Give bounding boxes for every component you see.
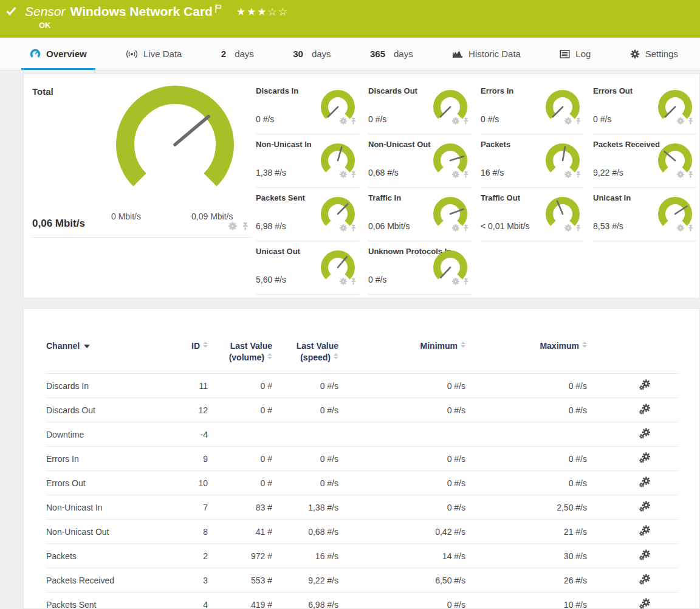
channel-gauge-cell[interactable]: Errors Out 0 #/s (593, 83, 696, 134)
channel-gauge-cell[interactable]: Traffic In 0,06 Mbit/s (368, 190, 472, 241)
column-header-last-value-speed[interactable]: Last Value (speed) (272, 327, 338, 374)
channel-gauge-cell[interactable]: Errors In 0 #/s (481, 83, 584, 134)
tab-settings[interactable]: Settings (622, 38, 687, 70)
channel-gauge-cell[interactable]: Packets Received 9,22 #/s (593, 136, 696, 188)
log-list-icon (560, 50, 570, 58)
channel-pin-icon[interactable] (350, 117, 357, 125)
priority-stars[interactable]: ★★★☆☆ (236, 5, 289, 18)
channel-gauge-cell[interactable]: Non-Unicast In 1,38 #/s (256, 136, 359, 188)
channel-gear-icon[interactable] (564, 117, 572, 125)
cell-channel: Discards Out (46, 398, 165, 422)
channels-table: Channel ID Last Value (volume) Last Valu… (46, 327, 678, 609)
channel-gear-icon[interactable] (340, 117, 347, 125)
table-row: Discards In 11 0 # 0 #/s 0 #/s 0 #/s (46, 374, 678, 398)
cell-maximum: 0 #/s (465, 374, 587, 398)
channel-gauge-cell[interactable]: Unicast Out 5,60 #/s (256, 243, 359, 295)
channel-gauge-value: 5,60 #/s (256, 275, 286, 284)
channel-settings-gear-icon[interactable] (639, 525, 651, 537)
table-row: Discards Out 12 0 # 0 #/s 0 #/s 0 #/s (46, 398, 678, 422)
channel-gear-icon[interactable] (452, 224, 459, 232)
channel-gauge-cell[interactable]: Packets 16 #/s (481, 136, 584, 188)
column-header-id[interactable]: ID (165, 327, 208, 374)
channel-settings-gear-icon[interactable] (639, 452, 651, 464)
channel-gear-icon[interactable] (677, 171, 684, 178)
channel-gear-icon[interactable] (452, 171, 459, 178)
channel-gear-icon[interactable] (340, 171, 347, 178)
channel-pin-icon[interactable] (350, 278, 357, 285)
channel-gear-icon[interactable] (340, 278, 347, 285)
channel-gauge-title: Non-Unicast Out (368, 140, 431, 149)
channel-gauge-cell[interactable]: Traffic Out < 0,01 Mbit/s (481, 190, 584, 241)
total-pin-icon[interactable] (241, 222, 249, 230)
cell-id: 3 (165, 568, 208, 593)
column-header-id-label: ID (191, 341, 200, 351)
channel-gear-icon[interactable] (452, 117, 459, 125)
cell-minimum: 6,50 #/s (338, 568, 465, 593)
cell-last-volume: 0 # (208, 471, 272, 495)
channel-settings-gear-icon[interactable] (639, 404, 651, 415)
channel-gear-icon[interactable] (677, 224, 684, 232)
channel-settings-gear-icon[interactable] (639, 379, 651, 391)
channel-pin-icon[interactable] (575, 224, 582, 232)
cell-actions (587, 447, 678, 471)
tab-live-data[interactable]: Live Data (117, 38, 190, 70)
channel-gauge-title: Discards In (256, 86, 298, 95)
channel-gauge-title: Discards Out (368, 86, 417, 95)
channel-pin-icon[interactable] (350, 224, 357, 232)
total-value: 0,06 Mbit/s (32, 218, 85, 230)
tab-log[interactable]: Log (551, 38, 599, 70)
channel-gauge-cell[interactable]: Packets Sent 6,98 #/s (256, 190, 359, 241)
channel-gauge-cell[interactable]: Unicast In 8,53 #/s (593, 190, 696, 241)
tab-historic-data[interactable]: Historic Data (444, 38, 529, 70)
column-header-channel[interactable]: Channel (46, 327, 165, 374)
cell-actions (587, 520, 678, 544)
cell-minimum: 0 #/s (338, 447, 465, 471)
channel-gear-icon[interactable] (340, 224, 347, 232)
total-gauge-cell[interactable]: Total 0 Mbit/s 0,09 Mbit/s 0,06 Mbit/s (32, 74, 251, 238)
channel-settings-gear-icon[interactable] (639, 501, 651, 512)
channel-pin-icon[interactable] (575, 117, 582, 125)
channel-pin-icon[interactable] (350, 171, 357, 178)
tab-30-days[interactable]: 30 days (284, 38, 339, 70)
channel-gauge-value: 16 #/s (481, 168, 504, 177)
channel-settings-gear-icon[interactable] (639, 477, 651, 488)
channel-pin-icon[interactable] (462, 224, 469, 232)
channel-gear-icon[interactable] (564, 224, 572, 232)
flag-icon[interactable] (215, 4, 222, 13)
channel-gauge-cell[interactable]: Non-Unicast Out 0,68 #/s (368, 136, 472, 188)
channel-pin-icon[interactable] (575, 171, 582, 178)
cell-last-speed: 0 #/s (272, 374, 338, 398)
cell-id: 12 (165, 398, 208, 422)
channel-settings-gear-icon[interactable] (639, 598, 651, 609)
channel-gear-icon[interactable] (452, 278, 459, 285)
column-header-maximum[interactable]: Maximum (465, 327, 587, 374)
channel-gauge-cell[interactable]: Discards In 0 #/s (256, 83, 359, 134)
channel-gauge-cell[interactable]: Discards Out 0 #/s (368, 83, 472, 134)
channel-pin-icon[interactable] (687, 171, 694, 178)
settings-gear-icon (630, 49, 640, 59)
channel-gauge-value: 0,06 Mbit/s (368, 221, 410, 231)
channel-pin-icon[interactable] (462, 117, 469, 125)
total-gear-icon[interactable] (228, 222, 237, 230)
tab-365-days[interactable]: 365 days (362, 38, 422, 70)
cell-last-speed: 16 #/s (272, 544, 338, 568)
channel-gauge-title: Traffic In (368, 193, 401, 202)
channel-gauge-cell[interactable]: Unknown Protocols In 0 #/s (368, 243, 472, 295)
channel-pin-icon[interactable] (462, 171, 469, 178)
tab-overview[interactable]: Overview (21, 38, 95, 70)
column-header-last-value-volume[interactable]: Last Value (volume) (208, 327, 272, 374)
channel-settings-gear-icon[interactable] (639, 549, 651, 561)
tab-2-days[interactable]: 2 days (213, 38, 262, 70)
channel-settings-gear-icon[interactable] (639, 428, 651, 439)
column-header-minimum[interactable]: Minimum (338, 327, 465, 374)
channel-pin-icon[interactable] (462, 278, 469, 285)
channel-pin-icon[interactable] (687, 117, 694, 125)
channel-settings-gear-icon[interactable] (639, 574, 651, 585)
channel-pin-icon[interactable] (687, 224, 694, 232)
cell-channel: Packets Sent (46, 593, 165, 609)
channel-gear-icon[interactable] (677, 117, 684, 125)
channel-gear-icon[interactable] (564, 171, 572, 178)
channel-gauge-title: Packets Sent (256, 193, 305, 202)
tab-log-label: Log (575, 49, 591, 59)
tab-overview-label: Overview (46, 49, 87, 59)
